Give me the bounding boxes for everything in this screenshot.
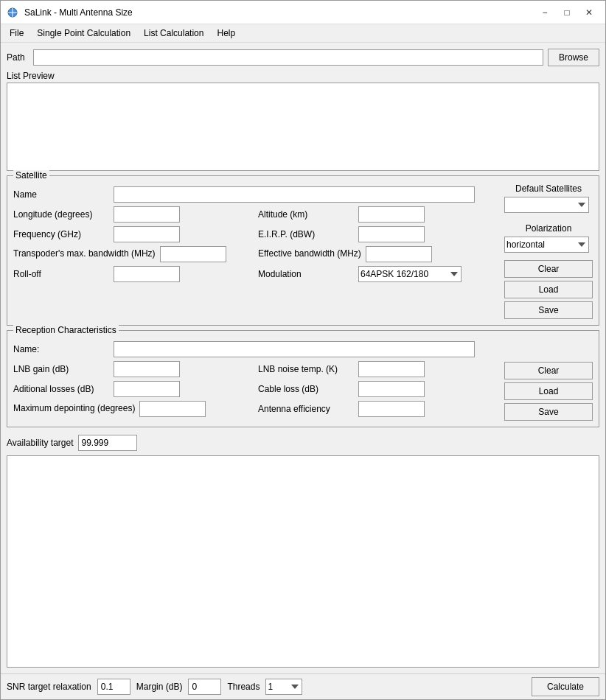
list-preview-area: List Preview (7, 71, 599, 171)
availability-input[interactable] (78, 435, 137, 451)
snr-input[interactable] (97, 679, 130, 695)
longitude-input[interactable] (114, 206, 180, 223)
browse-button[interactable]: Browse (548, 49, 599, 66)
lnb-gain-label: LNB gain (dB) (13, 364, 109, 374)
path-input[interactable] (33, 49, 543, 66)
transponder-bw-label: Transpoder's max. bandwidth (MHz) (13, 248, 156, 260)
menu-file[interactable]: File (4, 26, 29, 41)
main-window: SaLink - Multi Antenna Size − □ ✕ File S… (0, 0, 606, 700)
losses-row: Aditional losses (dB) Cable loss (dB) (13, 381, 497, 397)
satellite-name-input[interactable] (114, 186, 475, 203)
margin-label: Margin (dB) (136, 682, 183, 692)
satellite-section-label: Satellite (13, 170, 49, 181)
altitude-label: Altitude (km) (258, 209, 354, 220)
calculate-button[interactable]: Calculate (532, 677, 599, 696)
longitude-pair: Longitude (degrees) (13, 206, 252, 223)
transponder-bw-pair: Transpoder's max. bandwidth (MHz) (13, 246, 252, 262)
modulation-select[interactable]: 64APSK 162/180 QPSK 1/2 QPSK 3/4 8PSK 2/… (358, 266, 462, 282)
lnb-noise-input[interactable] (358, 361, 425, 377)
reception-content: Name: LNB gain (dB) LNB noise temp. (K) (13, 338, 593, 421)
reception-save-button[interactable]: Save (504, 403, 593, 421)
menu-bar: File Single Point Calculation List Calcu… (1, 24, 605, 43)
frequency-eirp-row: Frequency (GHz) E.I.R.P. (dBW) (13, 226, 497, 242)
satellite-section: Satellite Name Longitude (degrees) (7, 175, 599, 326)
reception-left: Name: LNB gain (dB) LNB noise temp. (K) (13, 338, 497, 421)
longitude-altitude-row: Longitude (degrees) Altitude (km) (13, 206, 497, 223)
content-area: Path Browse List Preview Satellite Name (1, 43, 605, 673)
list-preview-label: List Preview (7, 71, 599, 81)
app-icon (7, 7, 18, 18)
depointing-efficiency-row: Maximum depointing (degrees) Antenna eff… (13, 401, 497, 417)
window-title: SaLink - Multi Antenna Size (24, 7, 133, 18)
max-depointing-label: Maximum depointing (degrees) (13, 403, 135, 415)
default-satellites-label: Default Satellites (504, 183, 593, 194)
list-preview-box (7, 83, 599, 171)
menu-single-point[interactable]: Single Point Calculation (31, 26, 136, 41)
bw-row: Transpoder's max. bandwidth (MHz) Effect… (13, 246, 497, 262)
path-row: Path Browse (7, 49, 599, 66)
rolloff-modulation-row: Roll-off Modulation 64APSK 162/180 QPSK … (13, 266, 497, 282)
modulation-label: Modulation (258, 269, 354, 279)
cable-loss-label: Cable loss (dB) (258, 384, 354, 394)
satellite-name-label: Name (13, 189, 109, 200)
threads-select[interactable]: 1 2 4 8 (265, 679, 302, 695)
effective-bw-label: Effective bandwidth (MHz) (258, 248, 361, 260)
frequency-pair: Frequency (GHz) (13, 226, 252, 242)
additional-losses-label: Aditional losses (dB) (13, 384, 109, 394)
availability-label: Availability target (7, 438, 74, 448)
antenna-efficiency-pair: Antenna efficiency (258, 401, 497, 417)
snr-label: SNR target relaxation (7, 682, 91, 692)
reception-name-row: Name: (13, 341, 497, 357)
lnb-gain-pair: LNB gain (dB) (13, 361, 252, 377)
close-button[interactable]: ✕ (579, 5, 599, 20)
satellite-clear-button[interactable]: Clear (504, 260, 593, 278)
effective-bw-input[interactable] (366, 246, 432, 262)
satellite-left: Name Longitude (degrees) Altitude (km) (13, 183, 497, 319)
menu-list-calc[interactable]: List Calculation (138, 26, 209, 41)
reception-section: Reception Characteristics Name: LNB gain… (7, 330, 599, 427)
cable-loss-input[interactable] (358, 381, 425, 397)
reception-right: Clear Load Save (504, 338, 593, 421)
longitude-label: Longitude (degrees) (13, 209, 109, 220)
eirp-input[interactable] (358, 226, 425, 242)
satellite-save-button[interactable]: Save (504, 301, 593, 319)
eirp-label: E.I.R.P. (dBW) (258, 229, 354, 239)
satellite-right: Default Satellites Polarization horizont… (504, 183, 593, 319)
reception-load-button[interactable]: Load (504, 382, 593, 400)
threads-label: Threads (227, 682, 260, 692)
transponder-bw-input[interactable] (160, 246, 226, 262)
reception-clear-button[interactable]: Clear (504, 362, 593, 379)
result-area (7, 455, 599, 668)
minimize-button[interactable]: − (534, 5, 555, 20)
availability-row: Availability target (7, 435, 599, 451)
menu-help[interactable]: Help (211, 26, 241, 41)
rolloff-input[interactable] (114, 266, 180, 282)
satellite-load-button[interactable]: Load (504, 281, 593, 298)
modulation-pair: Modulation 64APSK 162/180 QPSK 1/2 QPSK … (258, 266, 497, 282)
satellite-name-row: Name (13, 186, 497, 203)
reception-name-label: Name: (13, 344, 109, 354)
path-label: Path (7, 52, 29, 63)
margin-input[interactable] (188, 679, 221, 695)
maximize-button[interactable]: □ (557, 5, 577, 20)
additional-losses-input[interactable] (114, 381, 180, 397)
cable-loss-pair: Cable loss (dB) (258, 381, 497, 397)
effective-bw-pair: Effective bandwidth (MHz) (258, 246, 497, 262)
altitude-input[interactable] (358, 206, 425, 223)
title-bar-controls: − □ ✕ (534, 5, 599, 20)
lnb-noise-pair: LNB noise temp. (K) (258, 361, 497, 377)
max-depointing-input[interactable] (139, 401, 206, 417)
antenna-efficiency-input[interactable] (358, 401, 425, 417)
lnb-noise-label: LNB noise temp. (K) (258, 364, 354, 374)
reception-name-input[interactable] (114, 341, 475, 357)
default-satellites-select[interactable] (504, 197, 589, 213)
rolloff-label: Roll-off (13, 269, 109, 279)
frequency-input[interactable] (114, 226, 180, 242)
title-bar-left: SaLink - Multi Antenna Size (7, 7, 133, 18)
lnb-gain-input[interactable] (114, 361, 180, 377)
antenna-efficiency-label: Antenna efficiency (258, 404, 354, 414)
eirp-pair: E.I.R.P. (dBW) (258, 226, 497, 242)
altitude-pair: Altitude (km) (258, 206, 497, 223)
frequency-label: Frequency (GHz) (13, 229, 109, 239)
polarization-select[interactable]: horizontal vertical circular left circul… (504, 237, 589, 253)
